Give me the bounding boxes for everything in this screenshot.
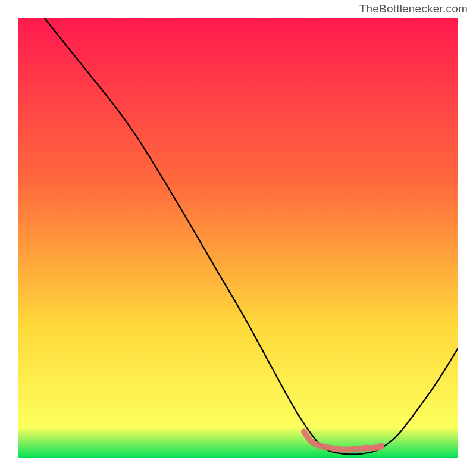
chart-container: TheBottlenecker.com bbox=[0, 0, 476, 476]
plot-area bbox=[18, 18, 458, 458]
chart-svg bbox=[18, 18, 458, 458]
attribution-label: TheBottlenecker.com bbox=[359, 2, 468, 15]
gradient-background bbox=[18, 18, 458, 458]
